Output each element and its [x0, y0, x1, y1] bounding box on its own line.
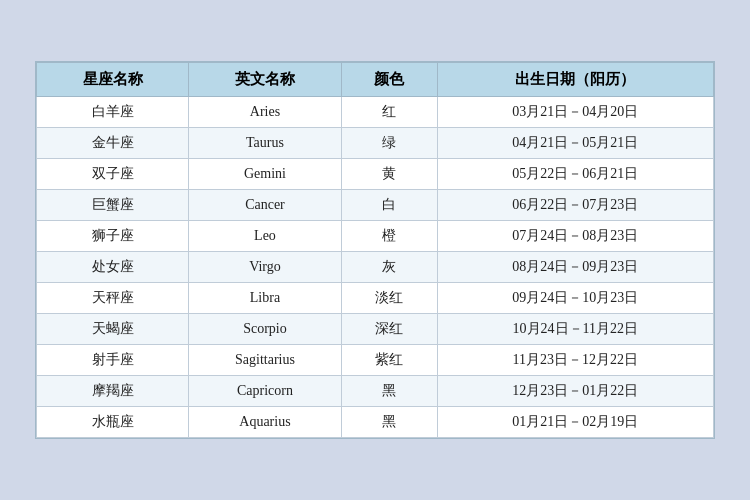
cell-color: 绿 — [341, 128, 437, 159]
cell-color: 红 — [341, 97, 437, 128]
cell-color: 白 — [341, 190, 437, 221]
table-row: 天秤座Libra淡红09月24日－10月23日 — [37, 283, 714, 314]
cell-color: 橙 — [341, 221, 437, 252]
cell-english: Cancer — [189, 190, 341, 221]
table-row: 摩羯座Capricorn黑12月23日－01月22日 — [37, 376, 714, 407]
cell-english: Sagittarius — [189, 345, 341, 376]
table-row: 巨蟹座Cancer白06月22日－07月23日 — [37, 190, 714, 221]
cell-chinese: 处女座 — [37, 252, 189, 283]
cell-dates: 10月24日－11月22日 — [437, 314, 713, 345]
table-row: 狮子座Leo橙07月24日－08月23日 — [37, 221, 714, 252]
cell-chinese: 天秤座 — [37, 283, 189, 314]
cell-chinese: 狮子座 — [37, 221, 189, 252]
table-row: 天蝎座Scorpio深红10月24日－11月22日 — [37, 314, 714, 345]
cell-chinese: 射手座 — [37, 345, 189, 376]
cell-color: 黑 — [341, 376, 437, 407]
cell-english: Gemini — [189, 159, 341, 190]
table-row: 白羊座Aries红03月21日－04月20日 — [37, 97, 714, 128]
cell-chinese: 白羊座 — [37, 97, 189, 128]
cell-color: 深红 — [341, 314, 437, 345]
cell-chinese: 天蝎座 — [37, 314, 189, 345]
cell-dates: 09月24日－10月23日 — [437, 283, 713, 314]
zodiac-table: 星座名称 英文名称 颜色 出生日期（阳历） 白羊座Aries红03月21日－04… — [36, 62, 714, 438]
cell-english: Taurus — [189, 128, 341, 159]
col-header-english: 英文名称 — [189, 63, 341, 97]
zodiac-table-wrapper: 星座名称 英文名称 颜色 出生日期（阳历） 白羊座Aries红03月21日－04… — [35, 61, 715, 439]
cell-dates: 01月21日－02月19日 — [437, 407, 713, 438]
cell-english: Libra — [189, 283, 341, 314]
col-header-dates: 出生日期（阳历） — [437, 63, 713, 97]
cell-color: 黄 — [341, 159, 437, 190]
cell-color: 紫红 — [341, 345, 437, 376]
cell-dates: 06月22日－07月23日 — [437, 190, 713, 221]
cell-english: Capricorn — [189, 376, 341, 407]
table-row: 射手座Sagittarius紫红11月23日－12月22日 — [37, 345, 714, 376]
cell-color: 灰 — [341, 252, 437, 283]
cell-chinese: 双子座 — [37, 159, 189, 190]
cell-english: Aquarius — [189, 407, 341, 438]
cell-dates: 03月21日－04月20日 — [437, 97, 713, 128]
cell-english: Aries — [189, 97, 341, 128]
cell-dates: 07月24日－08月23日 — [437, 221, 713, 252]
cell-chinese: 金牛座 — [37, 128, 189, 159]
cell-dates: 08月24日－09月23日 — [437, 252, 713, 283]
cell-english: Leo — [189, 221, 341, 252]
cell-chinese: 水瓶座 — [37, 407, 189, 438]
cell-dates: 04月21日－05月21日 — [437, 128, 713, 159]
table-row: 处女座Virgo灰08月24日－09月23日 — [37, 252, 714, 283]
cell-dates: 11月23日－12月22日 — [437, 345, 713, 376]
col-header-chinese: 星座名称 — [37, 63, 189, 97]
cell-chinese: 巨蟹座 — [37, 190, 189, 221]
table-row: 金牛座Taurus绿04月21日－05月21日 — [37, 128, 714, 159]
cell-english: Virgo — [189, 252, 341, 283]
cell-dates: 05月22日－06月21日 — [437, 159, 713, 190]
cell-dates: 12月23日－01月22日 — [437, 376, 713, 407]
table-row: 双子座Gemini黄05月22日－06月21日 — [37, 159, 714, 190]
cell-english: Scorpio — [189, 314, 341, 345]
col-header-color: 颜色 — [341, 63, 437, 97]
cell-color: 黑 — [341, 407, 437, 438]
cell-chinese: 摩羯座 — [37, 376, 189, 407]
cell-color: 淡红 — [341, 283, 437, 314]
table-row: 水瓶座Aquarius黑01月21日－02月19日 — [37, 407, 714, 438]
table-header-row: 星座名称 英文名称 颜色 出生日期（阳历） — [37, 63, 714, 97]
